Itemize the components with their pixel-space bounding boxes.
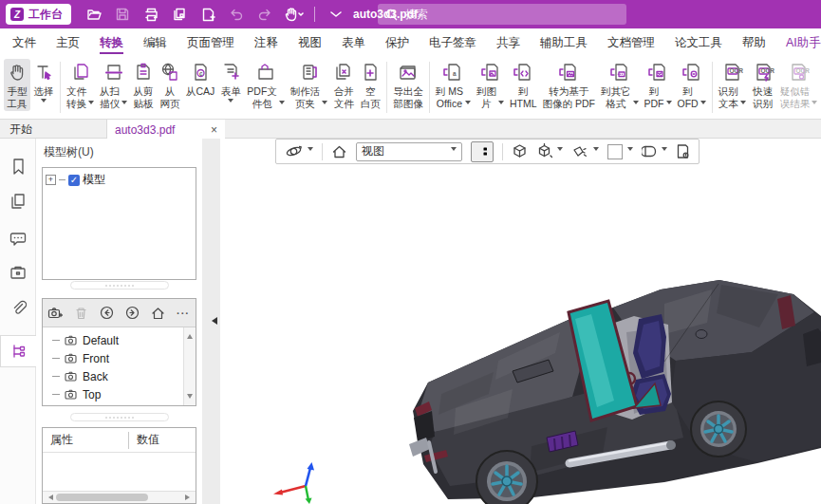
redo-icon[interactable] <box>252 3 278 26</box>
properties-hscrollbar[interactable] <box>43 491 196 503</box>
tree-expander-icon[interactable]: + <box>46 175 56 185</box>
panel-splitter-handle[interactable] <box>70 281 169 289</box>
tree-row-model[interactable]: + ✓ 模型 <box>46 172 193 188</box>
menu-home[interactable]: 主页 <box>56 31 80 54</box>
view-item-back[interactable]: Back <box>50 367 183 385</box>
to-image-pdf-button[interactable]: 转为基于 图像的 PDF <box>540 59 598 111</box>
sidebar-item-portfolio[interactable] <box>0 258 36 287</box>
menu-doc-manage[interactable]: 文档管理 <box>607 31 655 54</box>
menu-edit[interactable]: 编辑 <box>143 31 167 54</box>
sidebar-item-model-tree[interactable] <box>0 335 36 367</box>
quick-recognize-button[interactable]: OCR 快速 识别 <box>749 59 777 111</box>
sidebar-item-pages[interactable] <box>0 187 36 215</box>
menu-form[interactable]: 表单 <box>342 31 365 54</box>
menu-paper-tools[interactable]: 论文工具 <box>675 31 722 54</box>
view-dropdown[interactable]: 视图 <box>356 142 462 161</box>
view-item-default[interactable]: Default <box>50 331 183 349</box>
views-more-icon[interactable]: ··· <box>175 305 192 322</box>
to-pdf-button[interactable]: 到 PDF <box>642 59 675 111</box>
print-icon[interactable] <box>138 3 164 26</box>
to-ofd-button[interactable]: 到 OFD <box>675 59 709 111</box>
previous-view-icon[interactable] <box>98 305 115 322</box>
projection-button[interactable] <box>536 143 563 159</box>
menu-help[interactable]: 帮助 <box>742 31 766 54</box>
scroll-right-icon[interactable] <box>185 495 193 500</box>
tab-document-active[interactable]: auto3d3.pdf × <box>107 120 225 140</box>
search-box[interactable] <box>378 4 626 25</box>
menu-file[interactable]: 文件 <box>12 31 36 54</box>
panel-resize-strip[interactable] <box>202 139 220 504</box>
scroll-up-icon[interactable] <box>187 331 193 339</box>
workspace-button[interactable]: Z 工作台 <box>6 4 71 25</box>
sidebar-item-bookmarks[interactable] <box>0 152 36 180</box>
document-area[interactable]: 视图 <box>220 139 821 504</box>
car-3d-model[interactable] <box>220 139 821 504</box>
caret-icon <box>88 101 94 107</box>
model-properties-button[interactable] <box>676 143 690 159</box>
to-ms-office-button[interactable]: a 到 MS Office <box>433 59 474 111</box>
recognize-text-button[interactable]: OCR 识别 文本 <box>716 59 749 111</box>
search-input[interactable] <box>403 7 593 22</box>
default-view-button[interactable] <box>331 144 347 159</box>
save-icon[interactable] <box>109 3 136 26</box>
panel-splitter-handle[interactable] <box>70 413 169 421</box>
add-view-icon[interactable] <box>47 305 64 322</box>
lighting-button[interactable] <box>571 144 599 159</box>
menu-ai-assistant[interactable]: AI助手 <box>786 31 821 54</box>
view-item-partial[interactable] <box>50 403 183 405</box>
collapse-panel-icon[interactable] <box>208 317 217 325</box>
file-convert-button[interactable]: 文件 转换 <box>64 59 97 111</box>
from-webpage-button[interactable]: 从 网页 <box>157 59 183 111</box>
pdf-portfolio-button[interactable]: PDF文 件包 <box>244 59 288 111</box>
delete-view-icon[interactable] <box>72 305 89 322</box>
merge-files-button[interactable]: 合并 文件 <box>330 59 357 111</box>
to-image-button[interactable]: 到图 片 <box>474 59 507 111</box>
scroll-thumb[interactable] <box>56 494 148 501</box>
perspective-cube-icon <box>536 143 552 159</box>
hand-tool-button[interactable]: 手型 工具 <box>4 59 30 111</box>
tab-start[interactable]: 开始 <box>0 120 107 139</box>
from-clipboard-button[interactable]: 从剪 贴板 <box>130 59 157 111</box>
background-color-button[interactable] <box>607 144 633 159</box>
to-other-format-button[interactable]: 到其它 格式 <box>598 59 642 111</box>
tab-close-icon[interactable]: × <box>211 124 217 136</box>
undo-icon[interactable] <box>223 3 250 26</box>
sidebar-item-comments[interactable] <box>0 224 36 252</box>
open-folder-icon[interactable] <box>81 3 107 26</box>
menu-page-manage[interactable]: 页面管理 <box>187 31 234 54</box>
caret-icon <box>308 147 313 154</box>
suspect-results-button[interactable]: OCR 疑似错 误结果 <box>777 59 821 111</box>
views-scrollbar[interactable] <box>183 327 196 405</box>
select-tool-button[interactable]: 选择 <box>30 59 57 107</box>
render-mode-button[interactable] <box>642 143 667 159</box>
copy-page-icon[interactable] <box>166 3 193 26</box>
blank-page-button[interactable]: 空 白页 <box>357 59 383 111</box>
new-page-icon[interactable] <box>195 3 221 26</box>
default-view-home-icon[interactable] <box>149 305 166 322</box>
next-view-icon[interactable] <box>123 305 140 322</box>
view-item-front[interactable]: Front <box>50 349 183 367</box>
menu-accessibility[interactable]: 辅助工具 <box>540 31 588 54</box>
rotate-tool-button[interactable] <box>285 143 313 159</box>
make-binder-button[interactable]: 制作活 页夹 <box>288 59 331 111</box>
hand-mode-dropdown-icon[interactable] <box>280 3 307 26</box>
from-caj-button[interactable]: c 从CAJ <box>183 59 217 100</box>
chevron-down-icon[interactable] <box>323 3 349 26</box>
form-button[interactable]: 表单 <box>217 59 244 107</box>
sidebar-item-attachments[interactable] <box>0 293 36 322</box>
menu-esign[interactable]: 电子签章 <box>429 31 476 54</box>
export-all-images-button[interactable]: 导出全 部图像 <box>390 59 426 111</box>
model-tree-toggle-button[interactable] <box>471 141 494 162</box>
menu-share[interactable]: 共享 <box>496 31 520 54</box>
menu-comment[interactable]: 注释 <box>254 31 278 54</box>
isometric-view-button[interactable] <box>512 143 528 159</box>
menu-view[interactable]: 视图 <box>298 31 322 54</box>
scroll-left-icon[interactable] <box>46 495 53 500</box>
view-item-top[interactable]: Top <box>50 385 183 403</box>
scroll-down-icon[interactable] <box>187 394 193 401</box>
to-html-button[interactable]: 到 HTML <box>507 59 540 111</box>
tree-checkbox-checked[interactable]: ✓ <box>68 175 80 186</box>
menu-protect[interactable]: 保护 <box>385 31 409 54</box>
menu-convert[interactable]: 转换 <box>100 31 123 54</box>
from-scanner-button[interactable]: 从扫 描仪 <box>97 59 130 111</box>
